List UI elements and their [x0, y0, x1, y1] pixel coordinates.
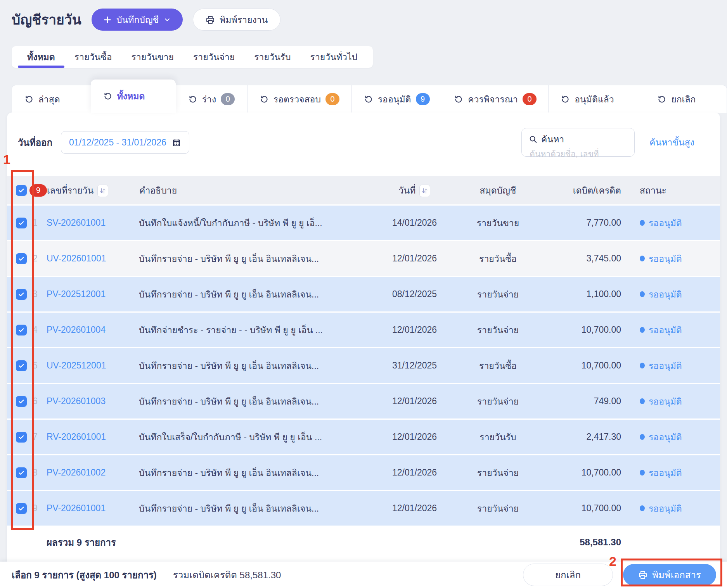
journal-page: บัญชีรายวัน บันทึกบัญชี พิมพ์รายงาน ทั้ง…: [0, 0, 727, 588]
row-number: 1: [30, 218, 47, 228]
row-date: 31/12/2025: [381, 360, 448, 371]
doc-no-link[interactable]: PV-202601001: [47, 503, 106, 513]
status-dot-icon: [640, 470, 645, 476]
date-range-input[interactable]: 01/12/2025 - 31/01/2026: [61, 131, 189, 154]
table-row[interactable]: 7 RV-202601001 บันทึกใบเสร็จ/ใบกำกับภาษี…: [7, 420, 720, 455]
status-badge: รออนุมัติ: [649, 359, 682, 373]
journal-type-tabs: ทั้งหมด รายวันซื้อ รายวันขาย รายวันจ่าย …: [12, 46, 373, 68]
row-checkbox[interactable]: [16, 253, 27, 264]
sort-doc-no-icon[interactable]: [97, 185, 108, 197]
journal-tab-0[interactable]: ทั้งหมด: [27, 46, 55, 68]
row-book: รายวันจ่าย: [448, 466, 547, 480]
print-report-button[interactable]: พิมพ์รายงาน: [193, 9, 280, 31]
doc-no-link[interactable]: UV-202512001: [47, 360, 106, 370]
advanced-search-link[interactable]: ค้นหาขั้นสูง: [649, 135, 694, 149]
row-checkbox[interactable]: [16, 360, 27, 371]
row-amount: 1,100.00: [547, 289, 621, 299]
row-checkbox[interactable]: [16, 325, 27, 336]
row-checkbox[interactable]: [16, 396, 27, 407]
doc-no-link[interactable]: PV-202601002: [47, 467, 106, 477]
row-checkbox[interactable]: [16, 503, 27, 514]
status-badge: รออนุมัติ: [649, 252, 682, 266]
status-tab-1[interactable]: ทั้งหมด: [91, 80, 175, 113]
status-tab-4[interactable]: รออนุมัติ 9: [351, 85, 442, 113]
row-checkbox[interactable]: [16, 432, 27, 443]
table-row[interactable]: 9 PV-202601001 บันทึกรายจ่าย - บริษัท พี…: [7, 491, 720, 527]
journal-table: 9 เลขที่รายวัน คำอธิบาย วันที่ สมุดบัญชี…: [7, 176, 720, 558]
row-date: 12/01/2026: [381, 503, 448, 514]
status-badge: รออนุมัติ: [649, 323, 682, 337]
table-row[interactable]: 8 PV-202601002 บันทึกรายจ่าย - บริษัท พี…: [7, 455, 720, 491]
status-tab-label: ล่าสุด: [38, 92, 60, 106]
plus-icon: [103, 16, 112, 24]
table-row[interactable]: 3 PV-202512001 บันทึกรายจ่าย - บริษัท พี…: [7, 277, 720, 313]
row-description: บันทึกจ่ายชำระ - รายจ่าย - - บริษัท พี ย…: [139, 323, 381, 337]
table-body: 1 SV-202601001 บันทึกใบแจ้งหนี้/ใบกำกับภ…: [7, 206, 720, 527]
select-all-checkbox[interactable]: [16, 185, 27, 196]
journal-tab-1[interactable]: รายวันซื้อ: [74, 46, 112, 68]
row-checkbox[interactable]: [16, 218, 27, 228]
history-icon: [188, 95, 197, 104]
status-dot-icon: [640, 291, 645, 297]
row-number: 3: [30, 289, 47, 299]
journal-tab-2[interactable]: รายวันขาย: [131, 46, 174, 68]
col-book: สมุดบัญชี: [448, 183, 547, 197]
status-tab-6[interactable]: อนุมัติแล้ว: [548, 85, 645, 113]
row-date: 12/01/2026: [381, 432, 448, 442]
row-book: รายวันซื้อ: [448, 252, 547, 266]
search-input[interactable]: ค้นหา ค้นหาด้วยชื่อ, เลขที่: [521, 128, 635, 157]
status-tab-3[interactable]: รอตรวจสอบ 0: [247, 85, 351, 113]
status-tab-5[interactable]: ควรพิจารณา 0: [442, 85, 549, 113]
create-entry-label: บันทึกบัญชี: [116, 13, 159, 27]
cancel-button[interactable]: ยกเลิก: [523, 564, 613, 586]
print-documents-button[interactable]: พิมพ์เอกสาร: [623, 564, 716, 586]
journal-tab-label: ทั้งหมด: [27, 50, 55, 64]
status-tab-7[interactable]: ยกเลิก: [645, 85, 727, 113]
status-tab-label: รอตรวจสอบ: [273, 92, 321, 106]
doc-no-link[interactable]: SV-202601001: [47, 218, 106, 228]
row-number: 8: [30, 467, 47, 478]
row-checkbox[interactable]: [16, 467, 27, 478]
doc-no-link[interactable]: PV-202601003: [47, 396, 106, 406]
status-badge: รออนุมัติ: [649, 287, 682, 301]
row-book: รายวันจ่าย: [448, 394, 547, 408]
table-row[interactable]: 5 UV-202512001 บันทึกรายจ่าย - บริษัท พี…: [7, 348, 720, 384]
col-status: สถานะ: [621, 183, 712, 197]
status-dot-icon: [640, 505, 645, 511]
status-tab-label: ยกเลิก: [671, 92, 696, 106]
filter-row: วันที่ออก 01/12/2025 - 31/01/2026 ค้นหา …: [7, 112, 720, 157]
status-tab-label: ควรพิจารณา: [468, 92, 518, 106]
status-tab-2[interactable]: ร่าง 0: [175, 85, 248, 113]
print-documents-label: พิมพ์เอกสาร: [652, 567, 701, 583]
row-date: 08/12/2025: [381, 289, 448, 299]
doc-no-link[interactable]: PV-202512001: [47, 289, 106, 299]
table-row[interactable]: 1 SV-202601001 บันทึกใบแจ้งหนี้/ใบกำกับภ…: [7, 206, 720, 241]
doc-no-link[interactable]: UV-202601001: [47, 253, 106, 263]
history-icon: [561, 95, 570, 104]
create-entry-button[interactable]: บันทึกบัญชี: [92, 9, 183, 31]
row-book: รายวันซื้อ: [448, 359, 547, 373]
status-tab-0[interactable]: ล่าสุด: [12, 85, 91, 113]
sort-date-icon[interactable]: [419, 185, 430, 197]
status-tab-badge: 0: [325, 93, 339, 105]
row-number: 2: [30, 253, 47, 264]
status-tab-badge: [619, 93, 633, 105]
journal-tab-5[interactable]: รายวันทั่วไป: [310, 46, 358, 68]
doc-no-link[interactable]: RV-202601001: [47, 432, 106, 442]
table-row[interactable]: 4 PV-202601004 บันทึกจ่ายชำระ - รายจ่าย …: [7, 313, 720, 348]
journal-tab-4[interactable]: รายวันรับ: [254, 46, 291, 68]
table-row[interactable]: 6 PV-202601003 บันทึกรายจ่าย - บริษัท พี…: [7, 384, 720, 420]
summary-total: 58,581.30: [547, 537, 621, 548]
row-number: 6: [30, 396, 47, 406]
row-date: 12/01/2026: [381, 467, 448, 478]
row-checkbox[interactable]: [16, 289, 27, 300]
doc-no-link[interactable]: PV-202601004: [47, 325, 106, 335]
status-dot-icon: [640, 256, 645, 261]
journal-tab-3[interactable]: รายวันจ่าย: [193, 46, 235, 68]
row-book: รายวันขาย: [448, 216, 547, 230]
selection-total-text: รวมเดบิตเครดิต 58,581.30: [173, 567, 281, 583]
row-description: บันทึกใบเสร็จ/ใบกำกับภาษี - บริษัท พี ยู…: [139, 430, 381, 444]
table-row[interactable]: 2 UV-202601001 บันทึกรายจ่าย - บริษัท พี…: [7, 241, 720, 277]
selected-count-badge: 9: [29, 184, 47, 197]
print-report-label: พิมพ์รายงาน: [220, 13, 268, 27]
